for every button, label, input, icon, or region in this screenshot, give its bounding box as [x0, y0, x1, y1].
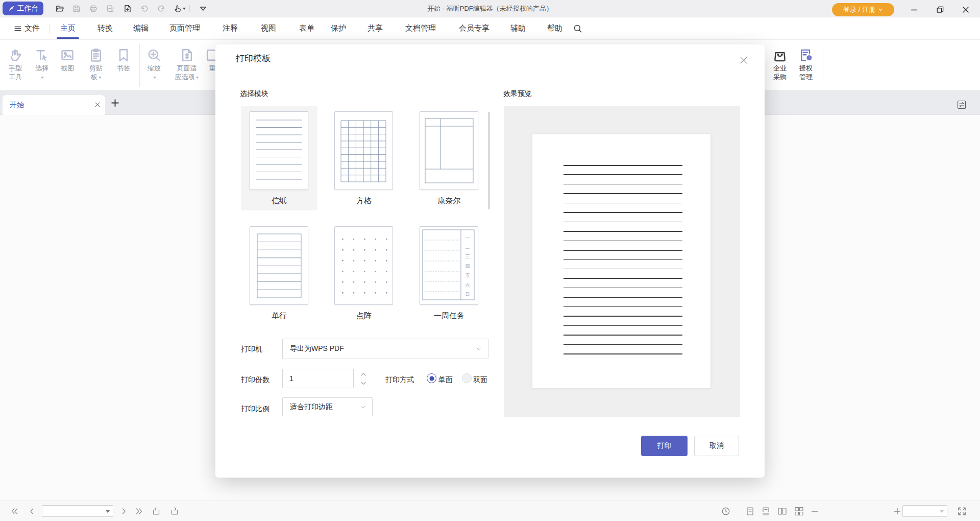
prev-view-icon[interactable]: [151, 507, 161, 516]
next-view-icon[interactable]: [170, 507, 180, 516]
next-page-icon[interactable]: [119, 507, 128, 515]
preview-line: [564, 231, 682, 232]
copies-value: 1: [289, 374, 293, 383]
zoom-out-icon[interactable]: [811, 507, 819, 515]
first-page-icon[interactable]: [10, 507, 19, 515]
continuous-view-icon[interactable]: [761, 507, 771, 516]
copies-increment[interactable]: [360, 372, 366, 376]
template-thumb-lined: [250, 111, 308, 190]
menu-page-manage[interactable]: 页面管理: [169, 17, 200, 39]
zoom-percent-input[interactable]: [902, 505, 947, 517]
menubar-divider: [50, 25, 50, 33]
tool-screenshot[interactable]: 截图: [60, 45, 75, 73]
hamburger-icon: [14, 25, 22, 33]
preview-line: [564, 306, 682, 307]
copies-label: 打印份数: [241, 375, 270, 385]
tool-clipboard[interactable]: 剪贴板: [89, 45, 103, 81]
preview-line: [564, 184, 682, 185]
menu-edit[interactable]: 编辑: [133, 17, 149, 39]
cancel-button[interactable]: 取消: [694, 436, 739, 456]
dialog-close-icon[interactable]: [739, 56, 748, 65]
printer-select[interactable]: 导出为WPS PDF: [282, 339, 488, 359]
tool-hand[interactable]: 手型工具: [8, 45, 22, 81]
menu-convert[interactable]: 转换: [97, 17, 113, 39]
template-card-cornell[interactable]: 康奈尔: [411, 106, 487, 210]
template-card-lined[interactable]: 信纸: [241, 106, 317, 210]
page-number-caret[interactable]: [106, 510, 110, 513]
tool-license-manage[interactable]: 授权管理: [799, 45, 813, 81]
close-button[interactable]: [961, 5, 970, 14]
prev-page-icon[interactable]: [28, 507, 36, 515]
menu-help[interactable]: 帮助: [547, 17, 562, 39]
menu-protect[interactable]: 保护: [331, 17, 346, 39]
template-card-dots[interactable]: 点阵: [326, 221, 402, 325]
facing-view-icon[interactable]: [777, 507, 787, 516]
preview-line: [564, 203, 682, 204]
single-page-view-icon[interactable]: [745, 507, 755, 516]
radio-single-sided[interactable]: [427, 373, 436, 383]
template-label: 点阵: [326, 311, 402, 321]
preview-line: [564, 222, 682, 223]
menu-doc-manage[interactable]: 文档管理: [405, 17, 436, 39]
search-icon[interactable]: [573, 24, 582, 33]
fullscreen-icon[interactable]: [957, 507, 967, 516]
print-template-dialog: 打印模板 选择模块 信纸 方格: [215, 44, 765, 478]
menu-member[interactable]: 会员专享: [459, 17, 489, 39]
facing-continuous-view-icon[interactable]: [794, 507, 804, 516]
login-register-button[interactable]: 登录 / 注册: [832, 3, 894, 16]
radio-double-sided[interactable]: [462, 373, 472, 383]
tool-select[interactable]: 选择: [35, 45, 49, 81]
templates-scrollbar[interactable]: [488, 112, 490, 209]
tab-add-icon[interactable]: [111, 99, 119, 107]
menu-home[interactable]: 主页: [60, 17, 76, 39]
menu-file[interactable]: 文件: [14, 17, 40, 39]
active-underline: [57, 37, 79, 39]
template-label: 方格: [326, 196, 402, 206]
screenshot-icon: [60, 48, 75, 62]
restore-button[interactable]: [936, 5, 945, 14]
tab-close-icon[interactable]: [94, 101, 101, 108]
tool-bookmark[interactable]: 书签: [116, 45, 131, 73]
page-number-input[interactable]: [42, 505, 113, 517]
preview-area: [504, 106, 740, 417]
template-card-weekly[interactable]: 一二三四五六日 一周任务: [411, 221, 487, 325]
preview-section-label: 效果预览: [503, 89, 532, 99]
template-card-grid[interactable]: 方格: [326, 106, 402, 210]
tool-page-fit[interactable]: 页面适应选项: [175, 45, 199, 81]
printer-select-chevron: [476, 346, 482, 352]
radio-single-label[interactable]: 单面: [438, 375, 453, 385]
preview-line: [564, 174, 682, 175]
copies-input[interactable]: 1: [282, 369, 354, 388]
preview-line: [564, 353, 682, 354]
copies-decrement[interactable]: [360, 381, 366, 386]
template-card-single-row[interactable]: 单行: [241, 221, 317, 325]
tool-enterprise-purchase[interactable]: 企业采购: [773, 45, 787, 81]
bookmark-icon: [116, 48, 131, 62]
scale-select[interactable]: 适合打印边距: [282, 397, 373, 416]
last-page-icon[interactable]: [135, 507, 143, 515]
radio-double-label[interactable]: 双面: [473, 375, 487, 385]
zoom-in-icon[interactable]: [893, 507, 901, 515]
print-button[interactable]: 打印: [641, 436, 688, 456]
svg-text:四: 四: [465, 264, 470, 269]
recent-history-icon[interactable]: [721, 507, 730, 516]
statusbar: [0, 501, 980, 521]
tab-start[interactable]: 开始: [3, 95, 105, 115]
template-label: 一周任务: [411, 311, 487, 321]
menu-share[interactable]: 共享: [368, 17, 383, 39]
tool-zoom[interactable]: 缩放: [147, 45, 161, 81]
preview-line: [564, 278, 682, 279]
template-thumb-cornell: [420, 111, 478, 190]
menu-assist[interactable]: 辅助: [510, 17, 526, 39]
template-thumb-dots: [334, 226, 393, 305]
ribbon-divider: [139, 44, 140, 87]
preview-line: [564, 241, 682, 242]
minimize-button[interactable]: [910, 5, 919, 14]
menu-form[interactable]: 表单: [299, 17, 314, 39]
menu-view[interactable]: 视图: [261, 17, 276, 39]
menu-comment[interactable]: 注释: [223, 17, 238, 39]
swap-panel-icon[interactable]: [957, 100, 966, 109]
zoom-caret[interactable]: [940, 510, 944, 513]
preview-line: [564, 259, 682, 260]
scale-select-chevron: [360, 404, 366, 410]
